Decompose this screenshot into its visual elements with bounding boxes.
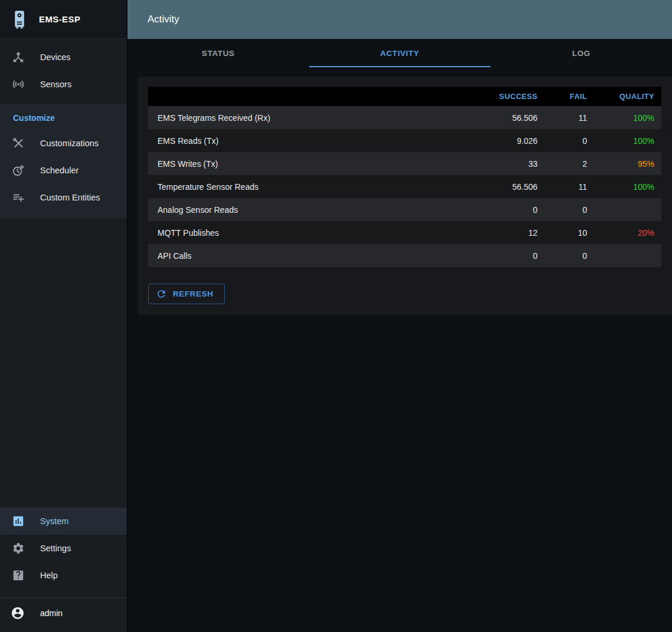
sidebar-bottom-nav: System Settings Help [0, 508, 127, 589]
metric-name: EMS Telegrams Received (Rx) [148, 113, 481, 123]
metric-name: API Calls [148, 251, 481, 261]
sidebar-item-label: Scheduler [40, 166, 78, 175]
activity-card: SUCCESS FAIL QUALITY EMS Telegrams Recei… [137, 77, 672, 315]
app-title: EMS-ESP [39, 14, 80, 24]
table-row: EMS Telegrams Received (Rx) 56.506 11 10… [148, 106, 661, 129]
help-icon [12, 569, 25, 582]
sidebar-item-label: Devices [40, 52, 71, 62]
metric-name: Analog Sensor Reads [148, 205, 481, 215]
sidebar-item-system[interactable]: System [0, 508, 127, 535]
sidebar-item-help[interactable]: Help [0, 562, 127, 589]
metric-success: 0 [481, 205, 547, 215]
sidebar-item-sensors[interactable]: Sensors [0, 71, 127, 98]
sidebar-item-label: Settings [40, 544, 71, 553]
metric-fail: 10 [547, 228, 596, 238]
sidebar-item-label: Sensors [40, 80, 71, 89]
header-success: SUCCESS [481, 92, 547, 101]
table-row: EMS Writes (Tx) 33 2 95% [148, 152, 661, 175]
tab-activity[interactable]: ACTIVITY [309, 39, 491, 67]
metric-name: EMS Writes (Tx) [148, 159, 481, 169]
sidebar-customize-section: Customize Customizations [0, 104, 127, 218]
header-fail: FAIL [547, 92, 596, 101]
app-root: EMS-ESP Devices Sensors Customize [0, 0, 672, 632]
more-time-icon [12, 164, 25, 177]
sidebar-item-scheduler[interactable]: Scheduler [0, 157, 127, 184]
ems-esp-logo-icon [9, 9, 29, 29]
metric-success: 33 [481, 159, 547, 169]
metric-fail: 11 [547, 113, 596, 123]
metric-quality: 100% [596, 136, 661, 146]
metric-name: MQTT Publishes [148, 228, 481, 238]
metric-fail: 0 [547, 251, 596, 261]
sidebar-item-label: System [40, 516, 68, 526]
sidebar-header: EMS-ESP [0, 0, 127, 39]
table-row: MQTT Publishes 12 10 20% [148, 221, 661, 244]
table-row: Temperature Sensor Reads 56.506 11 100% [148, 175, 661, 198]
sidebar-main-nav: Devices Sensors [0, 39, 127, 98]
tab-status[interactable]: STATUS [127, 39, 309, 67]
sensors-icon [12, 78, 25, 91]
metric-success: 56.506 [481, 113, 547, 123]
sidebar-item-label: Help [40, 571, 58, 580]
table-row: Analog Sensor Reads 0 0 [148, 198, 661, 221]
page-title: Activity [147, 14, 179, 25]
sidebar-spacer [0, 218, 127, 508]
metric-quality: 100% [596, 113, 661, 123]
sidebar-item-label: Customizations [40, 139, 99, 148]
table-row: EMS Reads (Tx) 9.026 0 100% [148, 129, 661, 152]
customize-section-label: Customize [0, 113, 127, 130]
metric-quality: 20% [596, 228, 661, 238]
metric-success: 0 [481, 251, 547, 261]
metric-success: 56.506 [481, 182, 547, 192]
refresh-button-label: REFRESH [173, 289, 214, 298]
tab-log[interactable]: LOG [490, 39, 672, 67]
user-menu[interactable]: admin [0, 598, 127, 632]
gear-icon [12, 542, 25, 555]
metric-fail: 0 [547, 205, 596, 215]
appbar: Activity [127, 0, 672, 39]
playlist-add-icon [12, 191, 25, 204]
refresh-icon [156, 288, 167, 299]
sidebar-item-label: Custom Entities [40, 193, 100, 202]
metric-fail: 11 [547, 182, 596, 192]
construction-icon [12, 137, 25, 150]
metric-quality: 100% [596, 182, 661, 192]
sidebar-item-custom-entities[interactable]: Custom Entities [0, 184, 127, 211]
user-name: admin [40, 608, 63, 618]
table-header-row: SUCCESS FAIL QUALITY [148, 87, 661, 106]
sidebar-item-devices[interactable]: Devices [0, 44, 127, 71]
metric-name: EMS Reads (Tx) [148, 136, 481, 146]
header-quality: QUALITY [596, 92, 661, 101]
activity-table: SUCCESS FAIL QUALITY EMS Telegrams Recei… [148, 87, 661, 267]
refresh-button[interactable]: REFRESH [148, 284, 225, 304]
sidebar-item-settings[interactable]: Settings [0, 535, 127, 562]
account-circle-icon [11, 606, 25, 620]
table-row: API Calls 0 0 [148, 244, 661, 267]
device-hub-icon [12, 51, 25, 64]
tab-bar: STATUS ACTIVITY LOG [127, 39, 672, 67]
metric-fail: 0 [547, 136, 596, 146]
assessment-icon [12, 515, 25, 528]
metric-success: 9.026 [481, 136, 547, 146]
sidebar: EMS-ESP Devices Sensors Customize [0, 0, 127, 632]
metric-fail: 2 [547, 159, 596, 169]
metric-quality: 95% [596, 159, 661, 169]
metric-success: 12 [481, 228, 547, 238]
sidebar-item-customizations[interactable]: Customizations [0, 130, 127, 157]
metric-name: Temperature Sensor Reads [148, 182, 481, 192]
tab-panel-activity: SUCCESS FAIL QUALITY EMS Telegrams Recei… [127, 67, 672, 632]
main-area: Activity STATUS ACTIVITY LOG SUCCESS FAI… [127, 0, 672, 632]
